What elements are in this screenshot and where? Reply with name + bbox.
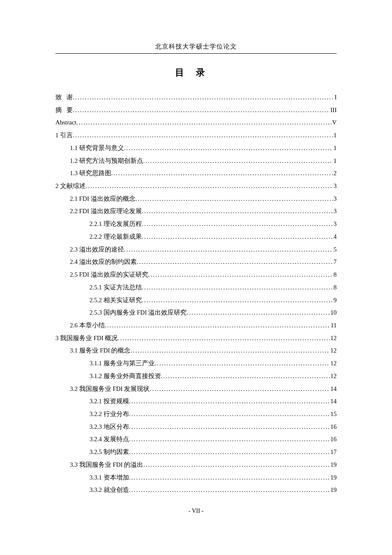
toc-entry-label: 3.2.3 地区分布 xyxy=(89,421,129,434)
toc-entry[interactable]: 3.2.3 地区分布16 xyxy=(55,421,337,434)
toc-entry-page: 19 xyxy=(330,471,337,484)
toc-entry[interactable]: 2.3 溢出效应的途径5 xyxy=(55,243,337,256)
toc-entry[interactable]: 3.2.1 投资规模14 xyxy=(55,395,337,408)
toc-entry[interactable]: 2.5.2 相关实证研究9 xyxy=(55,294,337,307)
toc-entry-page: 3 xyxy=(333,193,337,205)
toc-entry[interactable]: 3.2.5 制约因素17 xyxy=(55,446,337,459)
toc-entry[interactable]: 2.1 FDI 溢出效应的概念3 xyxy=(55,193,337,205)
toc-entry-label: 2.5 FDI 溢出效应的实证研究 xyxy=(70,269,148,281)
toc-entry[interactable]: 3.3 我国服务业 FDI 的溢出19 xyxy=(55,459,337,471)
toc-entry-page: 1 xyxy=(333,155,337,168)
toc-entry-page: 8 xyxy=(333,281,337,294)
toc-entry[interactable]: 3.2.4 发展特点16 xyxy=(55,433,337,446)
toc-entry[interactable]: 2.5 FDI 溢出效应的实证研究8 xyxy=(55,269,337,281)
toc-leader-dots xyxy=(142,218,333,231)
toc-leader-dots xyxy=(129,408,330,421)
toc-entry-label: 1 引言 xyxy=(55,129,73,142)
toc-entry-label: 3.2.4 发展特点 xyxy=(89,433,129,446)
toc-entry-label: 3.2.2 行业分布 xyxy=(89,408,129,421)
toc-leader-dots xyxy=(135,193,333,205)
toc-entry[interactable]: 2.5.1 实证方法总结8 xyxy=(55,281,337,294)
toc-entry-label: 2.5.1 实证方法总结 xyxy=(89,281,142,294)
toc-leader-dots xyxy=(129,471,330,484)
toc-leader-dots xyxy=(73,91,334,104)
toc-leader-dots xyxy=(129,484,330,497)
toc-entry[interactable]: AbstractV xyxy=(55,116,337,129)
toc-entry-label: 2 文献综述 xyxy=(55,180,86,193)
toc-entry[interactable]: 2.2.2 理论最新成果4 xyxy=(55,231,337,243)
toc-entry[interactable]: 1.3 研究思路图2 xyxy=(55,167,337,180)
toc-entry-page: 12 xyxy=(330,332,337,345)
toc-entry-page: 7 xyxy=(333,256,337,269)
toc-leader-dots xyxy=(124,142,333,155)
toc-leader-dots xyxy=(124,243,333,256)
toc-entry-page: 8 xyxy=(333,269,337,281)
toc-entry-page: 19 xyxy=(330,484,337,497)
toc-entry[interactable]: 1.1 研究背景与意义1 xyxy=(55,142,337,155)
toc-leader-dots xyxy=(142,294,333,307)
toc-entry-page: 14 xyxy=(330,383,337,396)
toc-entry-page: 9 xyxy=(333,294,337,307)
page-header: 北京科技大学硕士学位论文 xyxy=(55,43,337,54)
toc-entry-page: 1 xyxy=(333,129,337,142)
toc-entry[interactable]: 3.2 我国服务业 FDI 发展现状14 xyxy=(55,383,337,396)
toc-entry[interactable]: 3.3.2 就业创造19 xyxy=(55,484,337,497)
toc-entry-page: 17 xyxy=(330,446,337,459)
toc-entry-page: V xyxy=(331,116,337,129)
toc-leader-dots xyxy=(86,180,333,193)
toc-leader-dots xyxy=(143,459,329,471)
toc-entry[interactable]: 2.2.1 理论发展历程3 xyxy=(55,218,337,231)
toc-leader-dots xyxy=(129,433,330,446)
toc-entry[interactable]: 3 我国服务业 FDI 概况12 xyxy=(55,332,337,345)
toc-entry-label: 3.3.1 资本增加 xyxy=(89,471,129,484)
toc-entry-page: 12 xyxy=(330,344,337,357)
toc-entry[interactable]: 2.6 本章小结11 xyxy=(55,319,337,332)
toc-entry-page: 12 xyxy=(330,370,337,383)
toc-entry-page: 14 xyxy=(330,395,337,408)
toc-leader-dots xyxy=(155,357,330,370)
toc-entry[interactable]: 致 谢I xyxy=(55,91,337,104)
toc-entry-page: I xyxy=(334,91,337,104)
toc-entry-page: 11 xyxy=(330,319,337,332)
toc-entry-label: 2.2 FDI 溢出效应理论发展 xyxy=(70,205,142,218)
toc-entry-label: 2.5.2 相关实证研究 xyxy=(89,294,142,307)
toc-entry-page: 15 xyxy=(330,408,337,421)
toc-entry-page: 12 xyxy=(330,357,337,370)
toc-entry-page: 1 xyxy=(333,142,337,155)
toc-entry-page: 10 xyxy=(330,306,337,319)
toc-entry-label: Abstract xyxy=(55,116,76,129)
toc-leader-dots xyxy=(118,332,330,345)
toc-entry-label: 3.1.2 服务业外商直接投资 xyxy=(89,370,161,383)
toc-entry[interactable]: 2.5.3 国内服务业 FDI 溢出效应研究10 xyxy=(55,306,337,319)
toc-entry[interactable]: 3.2.2 行业分布15 xyxy=(55,408,337,421)
toc-entry[interactable]: 摘 要III xyxy=(55,104,337,117)
toc-entry-page: III xyxy=(330,104,337,117)
toc-entry[interactable]: 2.4 溢出效应的制约因素7 xyxy=(55,256,337,269)
toc-entry-label: 3.2 我国服务业 FDI 发展现状 xyxy=(70,383,150,396)
toc-entry[interactable]: 3.1.2 服务业外商直接投资12 xyxy=(55,370,337,383)
toc-entry[interactable]: 3.1.1 服务业与第三产业12 xyxy=(55,357,337,370)
toc-entry-label: 致 谢 xyxy=(55,91,73,104)
toc-entry-label: 2.2.1 理论发展历程 xyxy=(89,218,142,231)
toc-entry[interactable]: 2.2 FDI 溢出效应理论发展3 xyxy=(55,205,337,218)
toc-entry-label: 1.2 研究方法与预期创新点 xyxy=(70,155,143,168)
toc-entry[interactable]: 3.1 服务业 FDI 的概念12 xyxy=(55,344,337,357)
toc-leader-dots xyxy=(76,116,331,129)
toc-entry-label: 2.5.3 国内服务业 FDI 溢出效应研究 xyxy=(89,306,187,319)
toc-entry-label: 3 我国服务业 FDI 概况 xyxy=(55,332,118,345)
toc-leader-dots xyxy=(111,167,333,180)
toc-leader-dots xyxy=(143,155,333,168)
toc-entry[interactable]: 1.2 研究方法与预期创新点1 xyxy=(55,155,337,168)
toc-entry-label: 3.3.2 就业创造 xyxy=(89,484,129,497)
toc-entry-label: 摘 要 xyxy=(55,104,73,117)
toc-entry[interactable]: 3.3.1 资本增加19 xyxy=(55,471,337,484)
toc-entry-page: 16 xyxy=(330,433,337,446)
toc-title: 目录 xyxy=(55,66,337,78)
toc-leader-dots xyxy=(129,446,330,459)
toc-entry[interactable]: 1 引言1 xyxy=(55,129,337,142)
toc-entry-label: 2.1 FDI 溢出效应的概念 xyxy=(70,193,135,205)
toc-entry[interactable]: 2 文献综述3 xyxy=(55,180,337,193)
toc-leader-dots xyxy=(142,281,333,294)
page-footer: - VII - xyxy=(55,508,337,515)
toc-entry-label: 1.3 研究思路图 xyxy=(70,167,111,180)
